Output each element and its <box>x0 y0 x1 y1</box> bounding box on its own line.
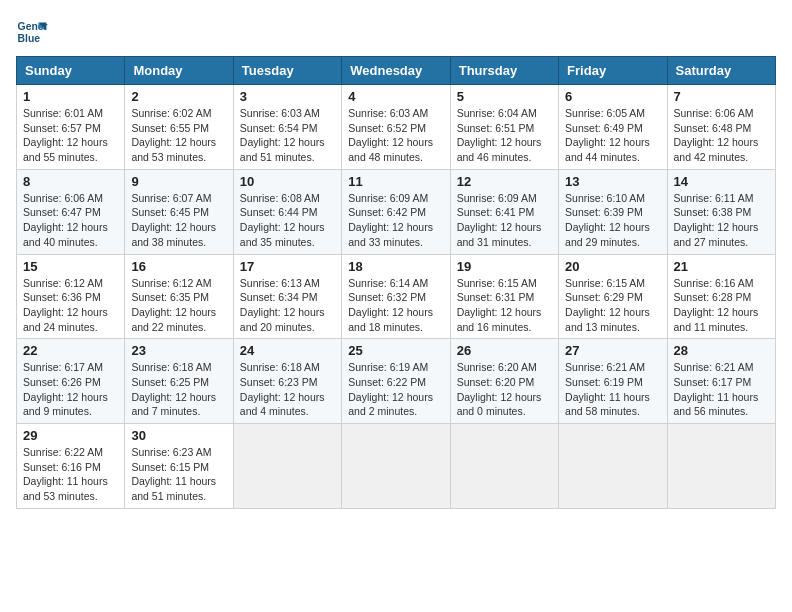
day-info: Sunrise: 6:09 AM Sunset: 6:42 PM Dayligh… <box>348 191 443 250</box>
calendar-cell: 8 Sunrise: 6:06 AM Sunset: 6:47 PM Dayli… <box>17 169 125 254</box>
day-number: 26 <box>457 343 552 358</box>
day-info: Sunrise: 6:03 AM Sunset: 6:54 PM Dayligh… <box>240 106 335 165</box>
calendar-cell: 6 Sunrise: 6:05 AM Sunset: 6:49 PM Dayli… <box>559 85 667 170</box>
weekday-header-monday: Monday <box>125 57 233 85</box>
day-number: 30 <box>131 428 226 443</box>
day-info: Sunrise: 6:02 AM Sunset: 6:55 PM Dayligh… <box>131 106 226 165</box>
day-info: Sunrise: 6:23 AM Sunset: 6:15 PM Dayligh… <box>131 445 226 504</box>
calendar-week-1: 1 Sunrise: 6:01 AM Sunset: 6:57 PM Dayli… <box>17 85 776 170</box>
day-info: Sunrise: 6:10 AM Sunset: 6:39 PM Dayligh… <box>565 191 660 250</box>
calendar-cell: 29 Sunrise: 6:22 AM Sunset: 6:16 PM Dayl… <box>17 424 125 509</box>
day-number: 19 <box>457 259 552 274</box>
day-number: 22 <box>23 343 118 358</box>
day-number: 16 <box>131 259 226 274</box>
day-number: 29 <box>23 428 118 443</box>
calendar-cell: 18 Sunrise: 6:14 AM Sunset: 6:32 PM Dayl… <box>342 254 450 339</box>
day-info: Sunrise: 6:11 AM Sunset: 6:38 PM Dayligh… <box>674 191 769 250</box>
day-info: Sunrise: 6:14 AM Sunset: 6:32 PM Dayligh… <box>348 276 443 335</box>
calendar-week-4: 22 Sunrise: 6:17 AM Sunset: 6:26 PM Dayl… <box>17 339 776 424</box>
day-info: Sunrise: 6:19 AM Sunset: 6:22 PM Dayligh… <box>348 360 443 419</box>
day-info: Sunrise: 6:15 AM Sunset: 6:31 PM Dayligh… <box>457 276 552 335</box>
calendar-cell: 12 Sunrise: 6:09 AM Sunset: 6:41 PM Dayl… <box>450 169 558 254</box>
weekday-header-tuesday: Tuesday <box>233 57 341 85</box>
day-number: 1 <box>23 89 118 104</box>
calendar-cell: 7 Sunrise: 6:06 AM Sunset: 6:48 PM Dayli… <box>667 85 775 170</box>
logo-icon: General Blue <box>16 16 48 48</box>
calendar-cell <box>450 424 558 509</box>
day-number: 6 <box>565 89 660 104</box>
day-number: 25 <box>348 343 443 358</box>
day-info: Sunrise: 6:12 AM Sunset: 6:36 PM Dayligh… <box>23 276 118 335</box>
day-number: 18 <box>348 259 443 274</box>
calendar-table: SundayMondayTuesdayWednesdayThursdayFrid… <box>16 56 776 509</box>
calendar-cell: 15 Sunrise: 6:12 AM Sunset: 6:36 PM Dayl… <box>17 254 125 339</box>
calendar-cell: 3 Sunrise: 6:03 AM Sunset: 6:54 PM Dayli… <box>233 85 341 170</box>
logo: General Blue <box>16 16 56 48</box>
calendar-cell: 30 Sunrise: 6:23 AM Sunset: 6:15 PM Dayl… <box>125 424 233 509</box>
day-number: 11 <box>348 174 443 189</box>
day-info: Sunrise: 6:03 AM Sunset: 6:52 PM Dayligh… <box>348 106 443 165</box>
day-number: 24 <box>240 343 335 358</box>
day-number: 8 <box>23 174 118 189</box>
calendar-week-3: 15 Sunrise: 6:12 AM Sunset: 6:36 PM Dayl… <box>17 254 776 339</box>
calendar-cell: 14 Sunrise: 6:11 AM Sunset: 6:38 PM Dayl… <box>667 169 775 254</box>
day-info: Sunrise: 6:08 AM Sunset: 6:44 PM Dayligh… <box>240 191 335 250</box>
calendar-cell: 9 Sunrise: 6:07 AM Sunset: 6:45 PM Dayli… <box>125 169 233 254</box>
day-number: 13 <box>565 174 660 189</box>
day-info: Sunrise: 6:09 AM Sunset: 6:41 PM Dayligh… <box>457 191 552 250</box>
calendar-cell <box>233 424 341 509</box>
day-number: 5 <box>457 89 552 104</box>
calendar-week-2: 8 Sunrise: 6:06 AM Sunset: 6:47 PM Dayli… <box>17 169 776 254</box>
day-info: Sunrise: 6:12 AM Sunset: 6:35 PM Dayligh… <box>131 276 226 335</box>
day-number: 14 <box>674 174 769 189</box>
calendar-cell: 17 Sunrise: 6:13 AM Sunset: 6:34 PM Dayl… <box>233 254 341 339</box>
calendar-cell: 13 Sunrise: 6:10 AM Sunset: 6:39 PM Dayl… <box>559 169 667 254</box>
calendar-cell: 16 Sunrise: 6:12 AM Sunset: 6:35 PM Dayl… <box>125 254 233 339</box>
day-number: 9 <box>131 174 226 189</box>
calendar-cell: 11 Sunrise: 6:09 AM Sunset: 6:42 PM Dayl… <box>342 169 450 254</box>
calendar-week-5: 29 Sunrise: 6:22 AM Sunset: 6:16 PM Dayl… <box>17 424 776 509</box>
day-number: 17 <box>240 259 335 274</box>
calendar-cell: 26 Sunrise: 6:20 AM Sunset: 6:20 PM Dayl… <box>450 339 558 424</box>
day-number: 12 <box>457 174 552 189</box>
calendar-cell: 22 Sunrise: 6:17 AM Sunset: 6:26 PM Dayl… <box>17 339 125 424</box>
day-number: 15 <box>23 259 118 274</box>
day-info: Sunrise: 6:06 AM Sunset: 6:47 PM Dayligh… <box>23 191 118 250</box>
day-info: Sunrise: 6:05 AM Sunset: 6:49 PM Dayligh… <box>565 106 660 165</box>
day-info: Sunrise: 6:21 AM Sunset: 6:19 PM Dayligh… <box>565 360 660 419</box>
day-number: 3 <box>240 89 335 104</box>
weekday-header-thursday: Thursday <box>450 57 558 85</box>
day-info: Sunrise: 6:16 AM Sunset: 6:28 PM Dayligh… <box>674 276 769 335</box>
calendar-cell <box>559 424 667 509</box>
day-number: 10 <box>240 174 335 189</box>
svg-text:Blue: Blue <box>18 33 41 44</box>
weekday-header-sunday: Sunday <box>17 57 125 85</box>
day-info: Sunrise: 6:22 AM Sunset: 6:16 PM Dayligh… <box>23 445 118 504</box>
calendar-header: SundayMondayTuesdayWednesdayThursdayFrid… <box>17 57 776 85</box>
calendar-cell <box>342 424 450 509</box>
day-info: Sunrise: 6:07 AM Sunset: 6:45 PM Dayligh… <box>131 191 226 250</box>
day-info: Sunrise: 6:21 AM Sunset: 6:17 PM Dayligh… <box>674 360 769 419</box>
day-info: Sunrise: 6:17 AM Sunset: 6:26 PM Dayligh… <box>23 360 118 419</box>
day-info: Sunrise: 6:04 AM Sunset: 6:51 PM Dayligh… <box>457 106 552 165</box>
day-info: Sunrise: 6:01 AM Sunset: 6:57 PM Dayligh… <box>23 106 118 165</box>
day-number: 2 <box>131 89 226 104</box>
calendar-cell: 25 Sunrise: 6:19 AM Sunset: 6:22 PM Dayl… <box>342 339 450 424</box>
calendar-cell: 23 Sunrise: 6:18 AM Sunset: 6:25 PM Dayl… <box>125 339 233 424</box>
calendar-cell: 5 Sunrise: 6:04 AM Sunset: 6:51 PM Dayli… <box>450 85 558 170</box>
calendar-cell: 1 Sunrise: 6:01 AM Sunset: 6:57 PM Dayli… <box>17 85 125 170</box>
weekday-header-wednesday: Wednesday <box>342 57 450 85</box>
day-info: Sunrise: 6:18 AM Sunset: 6:25 PM Dayligh… <box>131 360 226 419</box>
calendar-cell: 19 Sunrise: 6:15 AM Sunset: 6:31 PM Dayl… <box>450 254 558 339</box>
calendar-cell: 10 Sunrise: 6:08 AM Sunset: 6:44 PM Dayl… <box>233 169 341 254</box>
day-number: 23 <box>131 343 226 358</box>
day-number: 7 <box>674 89 769 104</box>
day-number: 27 <box>565 343 660 358</box>
calendar-cell: 2 Sunrise: 6:02 AM Sunset: 6:55 PM Dayli… <box>125 85 233 170</box>
calendar-cell: 28 Sunrise: 6:21 AM Sunset: 6:17 PM Dayl… <box>667 339 775 424</box>
day-number: 4 <box>348 89 443 104</box>
day-info: Sunrise: 6:20 AM Sunset: 6:20 PM Dayligh… <box>457 360 552 419</box>
day-number: 21 <box>674 259 769 274</box>
calendar-cell <box>667 424 775 509</box>
calendar-cell: 24 Sunrise: 6:18 AM Sunset: 6:23 PM Dayl… <box>233 339 341 424</box>
